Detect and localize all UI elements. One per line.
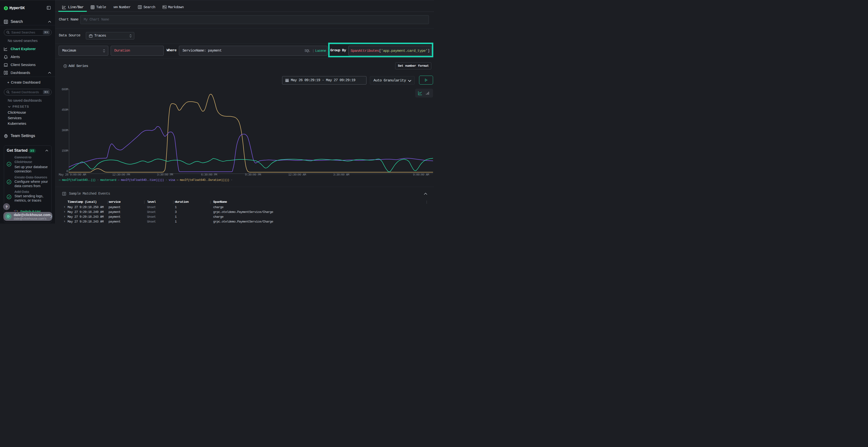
svg-text:12:30:00 PM: 12:30:00 PM xyxy=(112,173,130,176)
svg-text:600M: 600M xyxy=(61,88,68,91)
svg-text:3:30:00 PM: 3:30:00 PM xyxy=(157,173,173,176)
svg-text:9:00:00 AM: 9:00:00 AM xyxy=(413,173,429,176)
svg-text:12:30:00 AM: 12:30:00 AM xyxy=(288,173,306,176)
svg-text:May 26 9:00:00 AM: May 26 9:00:00 AM xyxy=(59,173,86,176)
svg-text:450M: 450M xyxy=(61,108,68,112)
svg-text:3:30:00 AM: 3:30:00 AM xyxy=(333,173,349,176)
svg-text:300M: 300M xyxy=(61,129,68,132)
svg-text:9:30:00 PM: 9:30:00 PM xyxy=(245,173,261,176)
svg-text:0: 0 xyxy=(66,170,68,173)
svg-text:150M: 150M xyxy=(61,149,68,153)
svg-text:6:30:00 PM: 6:30:00 PM xyxy=(201,173,217,176)
